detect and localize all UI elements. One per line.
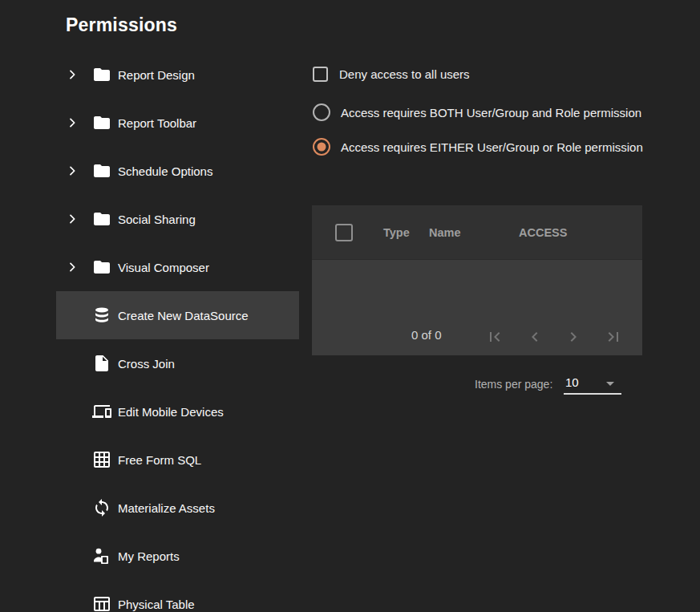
items-per-page-label: Items per page: — [475, 378, 552, 391]
first-page-button[interactable] — [485, 327, 504, 347]
access-mode-row: Access requires BOTH User/Group and Role… — [313, 103, 641, 121]
column-header-type: Type — [383, 205, 410, 260]
page-title: Permissions — [66, 14, 177, 36]
access-mode-radio[interactable] — [313, 138, 330, 156]
tree-item-label: Create New DataSource — [118, 309, 249, 322]
select-all-checkbox[interactable] — [335, 224, 353, 241]
folder-icon — [92, 65, 111, 84]
tree-item[interactable]: Visual Composer — [56, 243, 299, 291]
grid-icon — [92, 450, 111, 469]
tree-item[interactable]: Report Design — [56, 51, 299, 99]
tree-item-label: My Reports — [118, 549, 180, 563]
permissions-tree: Report Design Report Toolbar Schedule Op… — [56, 51, 299, 612]
column-header-name: Name — [429, 205, 461, 260]
folder-icon — [92, 161, 111, 180]
tree-item[interactable]: Free Form SQL — [56, 436, 299, 484]
column-header-access: ACCESS — [519, 205, 567, 260]
tree-item[interactable]: Edit Mobile Devices — [56, 387, 299, 436]
last-page-button[interactable] — [604, 327, 623, 347]
devices-icon — [92, 402, 111, 421]
dropdown-arrow-icon — [601, 374, 620, 393]
deny-access-label: Deny access to all users — [339, 67, 470, 81]
tree-item[interactable]: Report Toolbar — [56, 99, 299, 147]
next-page-button[interactable] — [564, 327, 583, 347]
paginator: 0 of 0 Items per page: 10 — [312, 260, 642, 355]
folder-icon — [92, 257, 111, 277]
database-icon — [92, 306, 111, 325]
chevron-right-icon[interactable] — [66, 116, 79, 129]
chevron-right-icon[interactable] — [66, 68, 79, 81]
folder-icon — [92, 209, 111, 229]
table-header: Type Name ACCESS — [312, 205, 642, 260]
previous-page-button[interactable] — [525, 327, 544, 347]
tree-item[interactable]: Physical Table — [56, 580, 299, 612]
tree-item-label: Physical Table — [118, 598, 195, 611]
tree-item[interactable]: Materialize Assets — [56, 484, 299, 532]
tree-item-label: Materialize Assets — [118, 501, 215, 515]
chevron-right-icon[interactable] — [66, 164, 79, 177]
tree-item-label: Social Sharing — [118, 213, 196, 226]
tree-item-label: Edit Mobile Devices — [118, 405, 224, 419]
tree-item[interactable]: Cross Join — [56, 339, 299, 387]
range-label: 0 of 0 — [411, 328, 442, 342]
tree-item-label: Report Toolbar — [118, 116, 196, 130]
items-per-page-select[interactable]: 10 — [564, 372, 621, 395]
tree-item[interactable]: My Reports — [56, 532, 299, 580]
tree-item[interactable]: Create New DataSource — [56, 291, 299, 339]
deny-access-row: Deny access to all users — [313, 67, 470, 82]
tree-item[interactable]: Schedule Options — [56, 147, 299, 195]
tree-item-label: Visual Composer — [118, 261, 209, 274]
person-report-icon — [92, 546, 111, 565]
access-mode-row: Access requires EITHER User/Group or Rol… — [313, 138, 643, 156]
tree-item-label: Schedule Options — [118, 164, 212, 178]
chevron-right-icon[interactable] — [66, 261, 79, 274]
tree-item-label: Report Design — [118, 68, 195, 82]
tree-item[interactable]: Social Sharing — [56, 195, 299, 243]
chevron-right-icon[interactable] — [66, 213, 79, 225]
folder-icon — [92, 113, 111, 132]
tree-item-label: Cross Join — [118, 357, 175, 371]
deny-access-checkbox[interactable] — [313, 67, 328, 82]
access-mode-label: Access requires EITHER User/Group or Rol… — [341, 140, 643, 154]
select-underline — [564, 393, 621, 395]
sync-icon — [92, 498, 111, 517]
items-per-page-value: 10 — [565, 375, 579, 389]
permissions-table: Type Name ACCESS 0 of 0 Items per page: … — [312, 205, 642, 355]
table-icon — [92, 594, 111, 612]
file-icon — [92, 354, 111, 373]
tree-item-label: Free Form SQL — [118, 453, 201, 467]
access-mode-label: Access requires BOTH User/Group and Role… — [341, 106, 641, 120]
access-mode-radio[interactable] — [313, 103, 330, 121]
